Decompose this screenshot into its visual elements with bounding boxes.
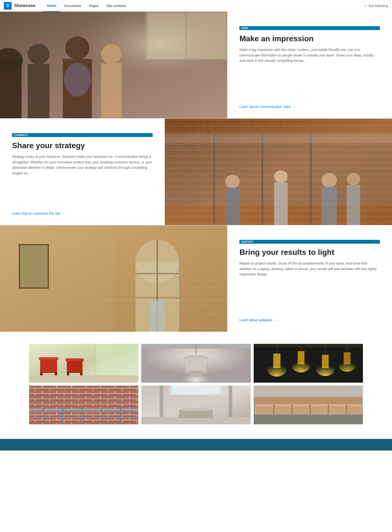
section3-link[interactable]: Learn about webparts → <box>239 318 380 322</box>
section1-link-arrow: → <box>292 105 295 109</box>
svg-point-9 <box>65 36 89 60</box>
svg-rect-37 <box>0 225 114 332</box>
svg-rect-91 <box>120 405 122 424</box>
svg-rect-100 <box>179 410 213 418</box>
svg-rect-4 <box>186 13 226 59</box>
svg-point-27 <box>321 173 337 187</box>
svg-rect-86 <box>29 409 138 410</box>
svg-point-13 <box>64 63 91 97</box>
nav-site-contents[interactable]: Site contents <box>102 0 130 12</box>
gallery-item-2[interactable] <box>141 344 251 383</box>
site-name: Showcase <box>14 3 35 8</box>
section2-badge: CONNECT <box>12 133 153 137</box>
site-logo: S <box>4 2 12 10</box>
svg-rect-89 <box>81 405 83 424</box>
svg-rect-3 <box>148 13 185 59</box>
svg-rect-85 <box>29 410 138 412</box>
not-following-button[interactable]: ☆ Not following <box>364 3 388 8</box>
section2-description: Strategy is key to your business. Soluti… <box>12 154 153 176</box>
svg-rect-103 <box>254 415 363 424</box>
svg-point-29 <box>346 173 360 185</box>
svg-rect-60 <box>29 375 138 383</box>
nav-pages[interactable]: Pages <box>85 0 103 12</box>
svg-rect-90 <box>101 405 102 424</box>
svg-rect-24 <box>225 187 240 225</box>
gallery-grid <box>29 344 363 424</box>
svg-point-80 <box>338 360 355 372</box>
svg-point-71 <box>267 362 286 377</box>
section2-link-text: Learn how to customize this site <box>12 211 60 215</box>
hero-section-2: CONNECT Share your strategy Strategy is … <box>0 118 392 225</box>
svg-rect-87 <box>43 405 44 424</box>
nav-home[interactable]: Home <box>43 0 60 12</box>
svg-rect-95 <box>172 386 220 394</box>
svg-rect-88 <box>62 405 63 424</box>
gallery-item-1[interactable] <box>29 344 138 383</box>
section2-link[interactable]: Learn how to customize this site → <box>12 211 153 215</box>
svg-rect-56 <box>67 360 83 373</box>
svg-rect-26 <box>274 182 288 225</box>
svg-rect-53 <box>39 357 58 360</box>
svg-point-74 <box>292 359 310 372</box>
hero-content-3: REPORT Bring your results to light Repor… <box>227 225 392 332</box>
svg-rect-111 <box>255 396 361 404</box>
star-icon: ☆ <box>364 3 367 8</box>
gallery-item-5[interactable] <box>141 386 251 424</box>
gallery-section <box>0 332 392 439</box>
svg-point-25 <box>274 170 288 183</box>
svg-rect-30 <box>346 185 360 225</box>
svg-rect-28 <box>321 187 337 225</box>
svg-point-77 <box>316 363 334 376</box>
section1-title: Make an impression <box>239 34 380 43</box>
svg-rect-101 <box>181 409 211 411</box>
hero-image-1 <box>0 12 227 118</box>
svg-rect-57 <box>66 358 84 361</box>
svg-point-11 <box>101 44 121 64</box>
svg-rect-104 <box>255 405 361 415</box>
gallery-item-6[interactable] <box>254 386 363 424</box>
svg-rect-52 <box>40 358 57 373</box>
section2-link-arrow: → <box>62 211 65 215</box>
gallery-item-4[interactable] <box>29 386 138 424</box>
svg-rect-39 <box>20 246 47 287</box>
section3-title: Bring your results to light <box>239 248 380 257</box>
nav-links: Home Documents Pages Site contents <box>43 0 130 12</box>
hero-content-2: CONNECT Share your strategy Strategy is … <box>0 119 165 225</box>
section3-link-arrow: → <box>274 318 277 322</box>
hero-image-3 <box>0 225 227 332</box>
section1-badge: NEW <box>239 26 380 30</box>
hero-section-1: NEW Make an impression Make a big impres… <box>0 12 392 118</box>
footer-bar <box>0 439 392 451</box>
hero-content-1: NEW Make an impression Make a big impres… <box>227 12 392 118</box>
svg-point-23 <box>225 175 240 188</box>
svg-rect-20 <box>213 133 215 225</box>
hero-image-2 <box>165 119 392 225</box>
svg-rect-84 <box>29 386 138 424</box>
section3-description: Report on project results. Show off the … <box>239 261 380 277</box>
svg-rect-68 <box>254 344 363 347</box>
svg-rect-112 <box>254 386 363 397</box>
svg-rect-12 <box>101 63 122 118</box>
gallery-item-3[interactable] <box>254 344 363 383</box>
svg-rect-8 <box>28 64 49 118</box>
hero-section-3: REPORT Bring your results to light Repor… <box>0 225 392 332</box>
section2-title: Share your strategy <box>12 141 153 150</box>
section1-description: Make a big impression with this clean, m… <box>239 47 380 63</box>
svg-rect-31 <box>165 133 392 143</box>
section1-link[interactable]: Learn about Communication Sites → <box>239 105 380 109</box>
svg-point-66 <box>177 368 215 383</box>
svg-rect-22 <box>310 133 312 225</box>
svg-rect-92 <box>29 417 138 418</box>
svg-rect-21 <box>261 133 263 225</box>
nav-documents[interactable]: Documents <box>60 0 85 12</box>
section3-badge: REPORT <box>239 240 380 244</box>
section3-link-text: Learn about webparts <box>239 318 272 322</box>
section1-link-text: Learn about Communication Sites <box>239 105 290 109</box>
svg-rect-6 <box>0 60 22 118</box>
navigation-bar: S Showcase Home Documents Pages Site con… <box>0 0 392 12</box>
not-following-label: Not following <box>369 4 388 8</box>
svg-rect-47 <box>150 301 164 331</box>
svg-point-7 <box>28 44 49 64</box>
